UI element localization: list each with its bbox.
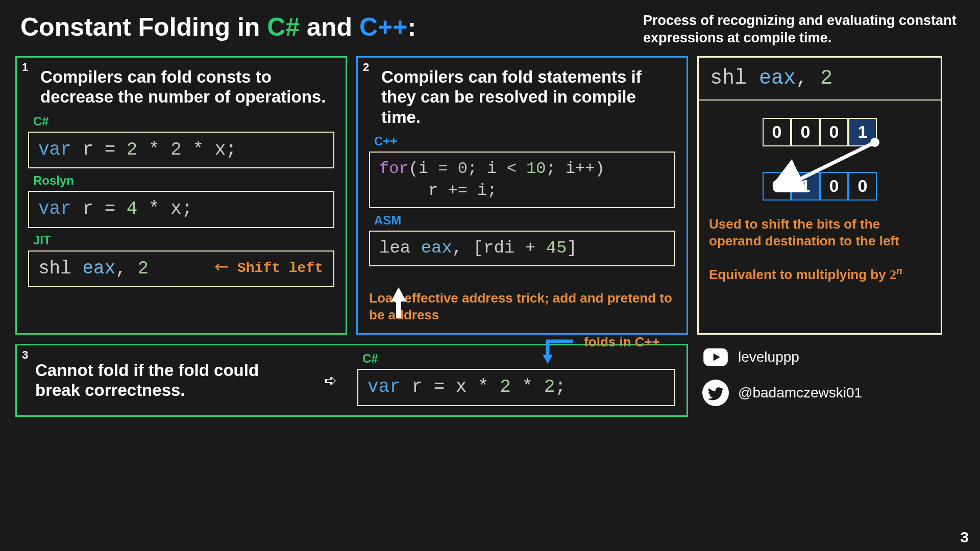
code-csharp-original: var r = 2 * 2 * x; [28,132,334,169]
lea-note: Load effective address trick; add and pr… [369,290,675,324]
panel-number: 2 [363,61,369,74]
code-jit: shl eax, 2🡐 Shift left [28,251,334,288]
panel-heading: Compilers can fold statements if they ca… [381,67,675,128]
twitter-link[interactable]: @badamczewski01 [702,380,942,406]
bit-cell: 0 [848,172,877,201]
shl-description: Used to shift the bits of the operand de… [699,207,941,255]
arrow-right-icon: ➪ [324,371,337,389]
bit-cell: 1 [848,118,877,146]
twitter-icon [702,380,729,406]
code-csharp-nofold: var r = x * 2 * 2; [357,369,675,406]
youtube-icon [702,344,729,370]
panel-number: 3 [22,348,28,362]
bit-cell: 0 [820,172,848,201]
twitter-handle: @badamczewski01 [738,385,862,401]
page-title: Constant Folding in C# and C++: [20,12,416,42]
page-number: 3 [960,529,969,546]
youtube-handle: leveluppp [738,349,799,365]
social-links: leveluppp @badamczewski01 [697,344,942,417]
bit-cell: 0 [763,118,791,146]
bit-row-before: 0 0 0 1 [699,118,941,146]
code-cpp-loop: for(i = 0; i < 10; i++) r += i; [369,152,675,208]
youtube-link[interactable]: leveluppp [702,344,942,370]
panel-heading: Compilers can fold consts to decrease th… [40,67,334,107]
shl-equivalence: Equivalent to multiplying by 2n [699,254,941,287]
bit-row-after: 0 1 0 0 [699,172,941,201]
panel-shl-explain: shl eax, 2 0 0 0 1 0 1 0 0 Used to shift… [697,56,942,335]
panel-number: 1 [22,61,28,74]
code-asm-lea: lea eax, [rdi + 45] [369,231,675,266]
label-csharp: C# [362,352,675,366]
panel-cannot-fold: 3 Cannot fold if the fold could break co… [15,344,688,417]
code-shl-side: shl eax, 2 [699,58,941,101]
panel-heading: Cannot fold if the fold could break corr… [35,360,304,400]
bit-cell: 0 [791,118,820,146]
label-cpp: C++ [374,134,675,148]
panel-fold-statements: 2 Compilers can fold statements if they … [356,56,688,335]
code-roslyn: var r = 4 * x; [28,191,334,228]
panel-fold-consts: 1 Compilers can fold consts to decrease … [15,56,347,335]
page-subtitle: Process of recognizing and evaluating co… [643,12,960,47]
bit-cell: 0 [763,172,791,201]
label-jit: JIT [33,233,334,247]
folds-in-cpp-note: folds in C++ [584,334,660,350]
bit-cell: 1 [791,172,820,201]
bit-cell: 0 [820,118,848,146]
label-roslyn: Roslyn [33,173,334,188]
shift-left-annotation: 🡐 Shift left [214,259,323,278]
label-csharp: C# [33,114,334,129]
label-asm: ASM [374,213,675,228]
